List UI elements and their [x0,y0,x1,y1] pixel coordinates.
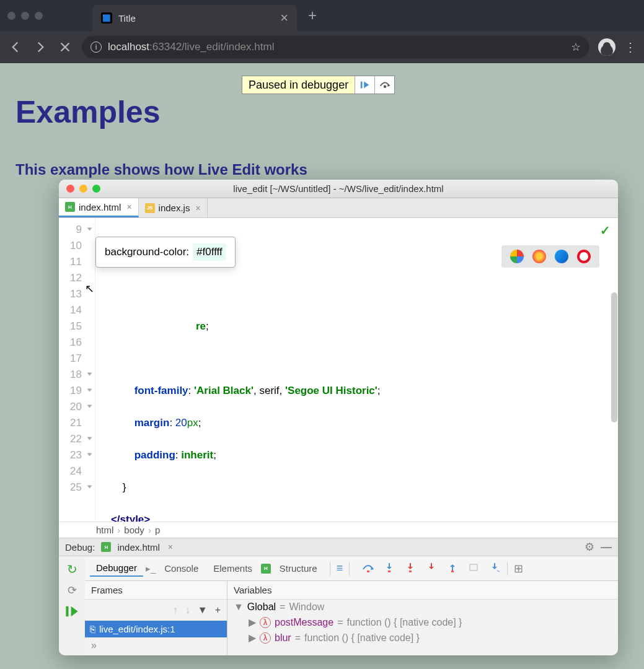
browser-tab[interactable]: 🟦 Title × [92,5,297,31]
add-icon[interactable]: + [215,605,221,616]
debug-side-toolbar: ↻ ⟳ [59,556,85,655]
tab-label: index.js [159,203,190,213]
gear-icon[interactable]: ⚙ [584,540,594,554]
editor-tab-index-js[interactable]: index.js × [139,198,208,217]
page-heading: Examples [15,94,629,130]
url-field[interactable]: i localhost:63342/live_edit/index.html ☆ [82,36,589,58]
c: style [120,514,144,522]
browser-address-bar: i localhost:63342/live_edit/index.html ☆… [0,31,644,63]
close-window-icon[interactable] [66,185,74,193]
browser-menu-icon[interactable]: ⋮ [624,40,637,55]
step-into-icon[interactable] [383,562,395,575]
hide-panel-icon[interactable]: — [601,541,612,554]
profile-avatar-icon[interactable] [598,38,615,56]
close-tab-icon[interactable]: × [280,11,288,25]
console-icon: ▸_ [146,563,156,574]
editor-tab-index-html[interactable]: index.html × [59,198,139,217]
line-number: 21 [59,415,82,431]
svg-rect-2 [66,606,68,617]
c: margin [135,417,170,429]
code-area[interactable]: background-color: #f0ffff ↖ <style> re; … [95,218,618,522]
var-value: function () { [native code] } [304,632,420,644]
fold-gutter[interactable] [87,218,95,522]
line-number: 10 [59,238,82,254]
tab-elements[interactable]: Elements [207,561,258,576]
line-number-gutter[interactable]: 910111213141516171819202122232425 [59,218,87,522]
filter-icon[interactable]: ▼ [198,605,208,616]
force-step-into-icon[interactable] [404,562,417,575]
ide-traffic-lights[interactable] [66,185,100,193]
var-name: blur [275,632,291,644]
variable-row[interactable]: ▶ λ blur = function () { [native code] } [227,630,618,645]
breadcrumb[interactable]: html› body› p [59,522,618,538]
new-tab-button[interactable]: + [308,7,317,24]
chevron-right-icon: › [148,525,151,535]
stack-frame[interactable]: ⎘ live_edit/index.js:1 [85,621,227,637]
c: , serif, [254,385,285,396]
line-number: 9 [59,222,82,238]
resume-icon[interactable] [65,605,79,618]
prev-frame-icon[interactable]: ↑ [173,605,178,616]
frame-icon: ⎘ [90,624,95,634]
c: padding [135,449,175,461]
close-tab-icon[interactable]: × [195,203,200,213]
c: re [196,320,206,332]
forward-button[interactable] [32,39,48,55]
step-out-icon[interactable] [446,562,459,575]
ide-titlebar[interactable]: live_edit [~/WS/untitled] - ~/WS/live_ed… [59,180,618,198]
c: 'Arial Black' [194,385,254,396]
svg-rect-3 [367,571,369,572]
step-over-button[interactable] [374,76,394,94]
expand-icon[interactable]: ▶ [249,616,256,628]
breadcrumb-item[interactable]: html [96,525,113,535]
eq: = [295,632,301,644]
breadcrumb-item[interactable]: p [155,525,160,535]
site-info-icon[interactable]: i [90,42,102,53]
svg-rect-0 [360,82,362,89]
back-button[interactable] [7,39,24,55]
evaluate-icon[interactable]: ⊞ [514,562,523,575]
c: ; [198,417,201,429]
next-frame-icon[interactable]: ↓ [185,605,190,616]
tab-title: Title [118,13,274,24]
drop-frame-icon[interactable] [467,562,480,575]
run-to-cursor-icon[interactable] [488,562,501,575]
chevron-right-icon: › [117,525,120,535]
url-path: /live_edit/index.html [182,41,274,53]
tooltip-label: background-color: [105,244,189,260]
reload-stop-button[interactable] [57,39,73,55]
variable-row[interactable]: ▶ λ postMessage = function () { [native … [227,614,618,630]
resume-button[interactable] [355,76,374,94]
threads-icon[interactable]: ≡ [337,562,343,575]
svg-rect-5 [409,571,412,572]
more-icon[interactable]: » [85,637,227,654]
line-number: 16 [59,334,82,351]
breadcrumb-item[interactable]: body [124,525,144,535]
variables-header: Variables [227,581,618,600]
html-file-icon [261,564,271,574]
line-number: 25 [59,479,82,496]
line-number: 13 [59,286,82,302]
step-over-icon[interactable] [362,562,374,575]
expand-icon[interactable]: ▼ [234,601,244,613]
tab-console[interactable]: Console [158,561,205,576]
c: </ [111,514,120,522]
var-name: postMessage [275,617,333,628]
code-editor[interactable]: ✓ 910111213141516171819202122232425 back… [59,218,618,522]
bookmark-icon[interactable]: ☆ [571,40,581,54]
close-tab-icon[interactable]: × [126,202,131,212]
minimize-window-icon[interactable] [79,185,87,193]
tab-debugger[interactable]: Debugger [90,560,143,577]
smart-step-into-icon[interactable] [425,562,438,575]
variable-row[interactable]: ▼ Global = Window [227,600,618,614]
sync-icon[interactable]: ⟳ [65,584,79,597]
expand-icon[interactable]: ▶ [249,632,256,644]
maximize-window-icon[interactable] [92,185,100,193]
rerun-icon[interactable]: ↻ [65,562,79,576]
debug-body: Frames ↑ ↓ ▼ + ⎘ live_edit/index.js:1 » … [85,581,618,655]
svg-rect-6 [451,571,454,572]
ide-window-title: live_edit [~/WS/untitled] - ~/WS/live_ed… [59,183,618,194]
tab-structure[interactable]: Structure [273,561,324,576]
run-config-name[interactable]: index.html [117,542,159,553]
close-icon[interactable]: × [168,542,173,552]
